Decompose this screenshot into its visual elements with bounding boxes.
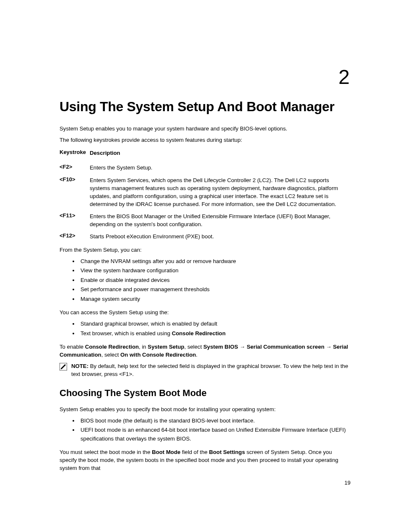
note-block: NOTE: By default, help text for the sele… bbox=[60, 362, 351, 378]
boot-mode-list: BIOS boot mode (the default) is the stan… bbox=[60, 417, 351, 443]
text-span: To enable bbox=[60, 344, 85, 350]
section-heading: Choosing The System Boot Mode bbox=[60, 388, 351, 399]
keystroke-description: Enters the BIOS Boot Manager or the Unif… bbox=[90, 212, 351, 228]
boot-intro-text: System Setup enables you to specify the … bbox=[60, 405, 351, 413]
text-bold: Console Redirection bbox=[85, 344, 139, 350]
keystroke-key: <F12> bbox=[60, 232, 90, 239]
keystroke-key: <F2> bbox=[60, 164, 90, 170]
list-item: Standard graphical browser, which is ena… bbox=[79, 320, 351, 328]
intro-paragraph-2: The following keystrokes provide access … bbox=[60, 136, 351, 144]
list-item: View the system hardware configuration bbox=[79, 266, 351, 275]
table-row: <F2> Enters the System Setup. bbox=[60, 164, 351, 172]
table-row: <F10> Enters System Services, which open… bbox=[60, 176, 351, 209]
intro-paragraph-1: System Setup enables you to manage your … bbox=[60, 125, 351, 133]
list-item: Change the NVRAM settings after you add … bbox=[79, 257, 351, 266]
list-item: Enable or disable integrated devices bbox=[79, 276, 351, 284]
table-header-keystroke: Keystroke bbox=[60, 149, 90, 158]
text-bold: Boot Mode bbox=[152, 449, 180, 455]
text-bold: Serial Communication screen bbox=[247, 344, 324, 350]
must-select-text: You must select the boot mode in the Boo… bbox=[60, 448, 351, 472]
list-item: UEFI boot mode is an enhanced 64-bit boo… bbox=[79, 426, 351, 443]
list-item: BIOS boot mode (the default) is the stan… bbox=[79, 417, 351, 425]
list-item: Set performance and power management thr… bbox=[79, 285, 351, 294]
note-icon bbox=[60, 362, 71, 372]
text-span: , select bbox=[184, 344, 203, 350]
access-list: Standard graphical browser, which is ena… bbox=[60, 320, 351, 338]
text-span: , select bbox=[101, 352, 120, 358]
arrow-text: → bbox=[238, 344, 247, 350]
text-bold: System BIOS bbox=[203, 344, 238, 350]
table-header-description: Description bbox=[90, 149, 351, 159]
chapter-number: 2 bbox=[60, 67, 351, 87]
text-bold: System Setup bbox=[148, 344, 184, 350]
arrow-text: → bbox=[325, 344, 333, 350]
access-intro-text: You can access the System Setup using th… bbox=[60, 308, 351, 316]
enable-console-text: To enable Console Redirection, in System… bbox=[60, 343, 351, 359]
page-number: 19 bbox=[345, 480, 351, 486]
text-span: You must select the boot mode in the bbox=[60, 449, 152, 455]
from-setup-text: From the System Setup, you can: bbox=[60, 246, 351, 254]
text-span: field of the bbox=[180, 449, 209, 455]
list-item-bold: Console Redirection bbox=[172, 330, 226, 336]
keystroke-description: Enters System Services, which opens the … bbox=[90, 176, 351, 209]
list-item: Manage system security bbox=[79, 295, 351, 303]
keystroke-description: Starts Preboot eXecution Environment (PX… bbox=[90, 232, 351, 240]
capabilities-list: Change the NVRAM settings after you add … bbox=[60, 257, 351, 303]
keystroke-table: Keystroke Description <F2> Enters the Sy… bbox=[60, 149, 351, 240]
text-span: , in bbox=[139, 344, 148, 350]
keystroke-description: Enters the System Setup. bbox=[90, 164, 351, 172]
table-row: <F11> Enters the BIOS Boot Manager or th… bbox=[60, 212, 351, 228]
text-bold: Boot Settings bbox=[209, 449, 245, 455]
page-title: Using The System Setup And Boot Manager bbox=[60, 99, 351, 115]
keystroke-key: <F10> bbox=[60, 176, 90, 183]
list-item-text: Text browser, which is enabled using bbox=[81, 330, 172, 336]
table-row: <F12> Starts Preboot eXecution Environme… bbox=[60, 232, 351, 240]
text-span: . bbox=[196, 352, 197, 358]
keystroke-key: <F11> bbox=[60, 212, 90, 219]
note-body: By default, help text for the selected f… bbox=[71, 363, 348, 377]
text-bold: On with Console Redirection bbox=[120, 352, 196, 358]
note-text: NOTE: By default, help text for the sele… bbox=[71, 362, 351, 378]
list-item: Text browser, which is enabled using Con… bbox=[79, 329, 351, 338]
note-label: NOTE: bbox=[71, 363, 88, 369]
